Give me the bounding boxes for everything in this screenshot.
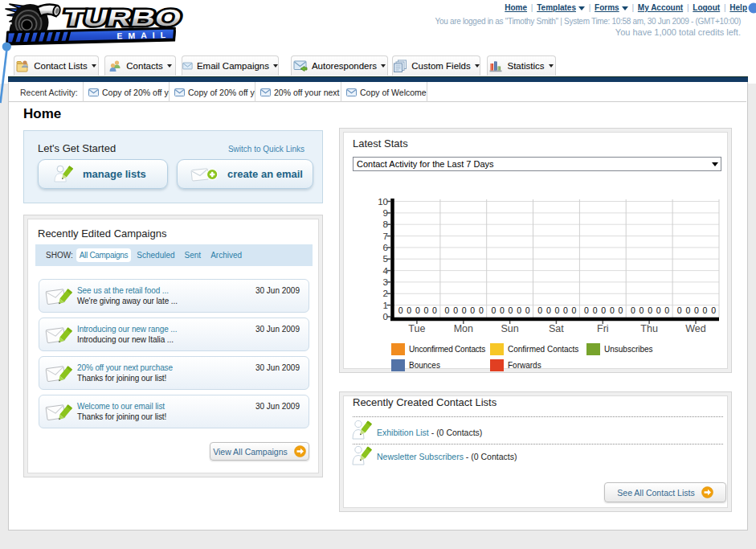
svg-text:0: 0 (685, 305, 690, 315)
svg-text:0: 0 (470, 305, 475, 315)
svg-text:0: 0 (631, 305, 635, 315)
svg-text:0: 0 (445, 305, 450, 315)
svg-text:0: 0 (415, 305, 420, 315)
svg-text:0: 0 (479, 305, 484, 315)
svg-text:0: 0 (407, 305, 411, 315)
svg-text:Sun: Sun (501, 323, 518, 334)
svg-text:0: 0 (694, 305, 699, 315)
svg-text:0: 0 (584, 305, 589, 315)
svg-text:0: 0 (648, 305, 652, 315)
svg-text:0: 0 (601, 305, 606, 315)
svg-text:Wed: Wed (685, 323, 706, 334)
svg-text:Mon: Mon (454, 323, 473, 334)
svg-text:0: 0 (398, 305, 403, 315)
svg-text:EMAIL: EMAIL (116, 30, 171, 41)
svg-text:Sat: Sat (549, 323, 564, 334)
svg-text:0: 0 (432, 305, 437, 315)
svg-text:0: 0 (656, 305, 661, 315)
svg-text:TURBO: TURBO (61, 4, 185, 31)
svg-text:0: 0 (546, 305, 551, 315)
svg-text:0: 0 (572, 305, 577, 315)
svg-text:0: 0 (610, 305, 615, 315)
svg-text:0: 0 (453, 305, 458, 315)
svg-text:0: 0 (517, 305, 521, 315)
svg-text:0: 0 (640, 305, 644, 315)
svg-text:0: 0 (462, 305, 467, 315)
svg-text:0: 0 (491, 305, 496, 315)
svg-text:0: 0 (593, 305, 598, 315)
svg-text:Thu: Thu (640, 323, 658, 334)
svg-text:0: 0 (525, 305, 530, 315)
svg-text:0: 0 (509, 305, 513, 315)
svg-text:0: 0 (563, 305, 568, 315)
svg-text:0: 0 (664, 305, 669, 315)
svg-text:0: 0 (554, 305, 559, 315)
svg-text:0: 0 (711, 305, 716, 315)
svg-text:Tue: Tue (408, 323, 425, 334)
svg-text:Fri: Fri (597, 323, 609, 334)
svg-text:0: 0 (703, 305, 708, 315)
svg-text:10: 10 (378, 197, 388, 207)
svg-text:0: 0 (537, 305, 542, 315)
svg-text:0: 0 (618, 305, 623, 315)
svg-text:0: 0 (677, 305, 682, 315)
svg-text:0: 0 (500, 305, 505, 315)
svg-text:0: 0 (423, 305, 428, 315)
